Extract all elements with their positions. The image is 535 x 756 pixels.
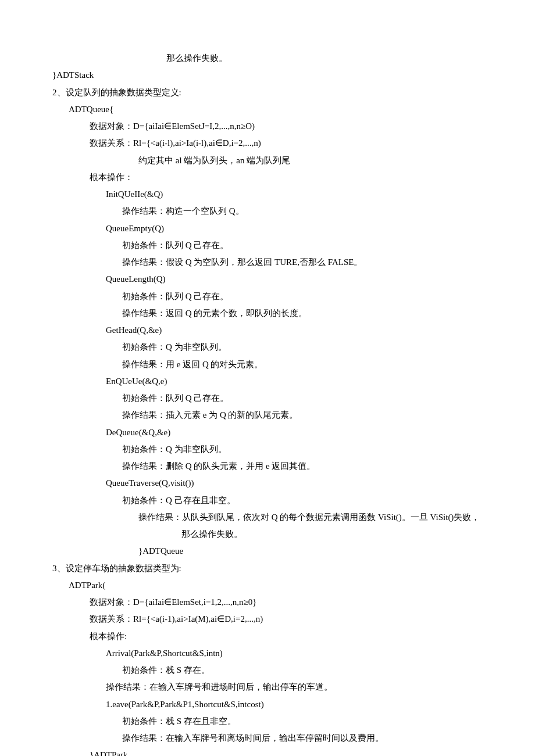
text-line: 3、设定停车场的抽象数据类型为: — [52, 560, 483, 577]
text-line: 1.eave(Park&P,Park&P1,Shortcut&S,intcost… — [106, 696, 483, 713]
text-line: ADTQueue{ — [69, 101, 483, 118]
text-line: Arrival(Park&P,Shortcut&S,intn) — [106, 645, 483, 662]
text-line: 操作结果：用 e 返回 Q 的对头元素。 — [122, 356, 483, 373]
text-line: 数据关系：Rl={<a(i-l),ai>Ia(i-l),ai∈D,i=2,...… — [90, 135, 483, 152]
text-line: QueueLength(Q) — [106, 271, 483, 288]
text-line: ADTPark( — [69, 577, 483, 594]
text-line: 初始条件：队列 Q 己存在。 — [122, 390, 483, 407]
text-line: 操作结果：假设 Q 为空队列，那么返回 TURE,否那么 FALSE。 — [122, 254, 483, 271]
text-line: 约定其中 al 端为队列头，an 端为队列尾 — [138, 152, 483, 169]
text-line: InitQUeIIe(&Q) — [106, 186, 483, 203]
text-line: }ADTPark — [90, 747, 483, 756]
text-line: 初始条件：Q 为非空队列。 — [122, 339, 483, 356]
text-line: 2、设定队列的抽象数据类型定义: — [52, 84, 483, 101]
text-line: 操作结果：从队头到队尾，依次对 Q 的每个数据元素调用函数 ViSit()。一旦… — [138, 509, 483, 543]
text-line: DeQueue(&Q,&e) — [106, 424, 483, 441]
text-line: 数据关系：Rl={<a(i-1),ai>Ia(M),ai∈D,i=2,...,n… — [90, 611, 483, 628]
text-line: 数据对象：D={aiIai∈ElemSet,i=1,2,...,n,n≥0} — [90, 594, 483, 611]
text-line: 初始条件：栈 S 存在且非空。 — [122, 713, 483, 730]
text-line: 根本操作: — [90, 628, 483, 645]
text-line: GetHead(Q,&e) — [106, 322, 483, 339]
text-line: QueueEmpty(Q) — [106, 220, 483, 237]
text-line: 初始条件：Q 为非空队列。 — [122, 441, 483, 458]
text-line: 操作结果：在输入车牌号和离场时间后，输出车停留时间以及费用。 — [122, 730, 483, 747]
text-line: 初始条件：栈 S 存在。 — [122, 662, 483, 679]
text-line: 操作结果：构造一个空队列 Q。 — [122, 203, 483, 220]
text-line: 操作结果：插入元素 e 为 Q 的新的队尾元素。 — [122, 407, 483, 424]
text-line: 操作结果：返回 Q 的元素个数，即队列的长度。 — [122, 305, 483, 322]
document-page: 那么操作失败。}ADTStack2、设定队列的抽象数据类型定义:ADTQueue… — [0, 0, 535, 756]
text-line: }ADTStack — [52, 67, 483, 84]
text-line: EnQUeUe(&Q,e) — [106, 373, 483, 390]
text-line: }ADTQueue — [138, 543, 483, 560]
text-line: QueueTraverse(Q,visit()) — [106, 475, 483, 492]
text-line: 初始条件：队列 Q 己存在。 — [122, 288, 483, 305]
text-line: 操作结果：在输入车牌号和进场时间后，输出停车的车道。 — [106, 679, 483, 696]
text-line: 根本操作： — [90, 169, 483, 186]
text-line: 初始条件：Q 己存在且非空。 — [122, 492, 483, 509]
text-line: 初始条件：队列 Q 己存在。 — [122, 237, 483, 254]
text-line: 那么操作失败。 — [166, 50, 483, 67]
text-line: 数据对象：D={aiIai∈ElemSetJ=I,2,...,n,n≥O) — [90, 118, 483, 135]
text-line: 操作结果：删除 Q 的队头元素，并用 e 返回其值。 — [122, 458, 483, 475]
